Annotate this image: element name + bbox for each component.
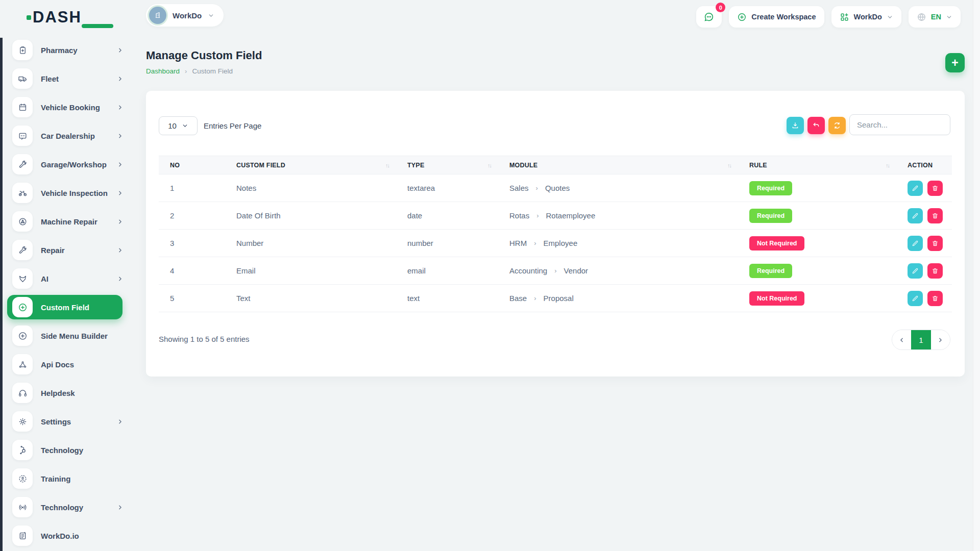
download-icon: [791, 121, 799, 130]
chevron-right-icon: [117, 418, 124, 425]
language-selector[interactable]: EN: [909, 6, 961, 28]
sidebar-item-garage-workshop[interactable]: Garage/Workshop: [0, 150, 132, 179]
sidebar-item-label: Vehicle Inspection: [41, 189, 117, 197]
sidebar-item-label: Pharmacy: [41, 46, 117, 55]
cell-rule: Not Required: [738, 285, 896, 312]
table-row: 3 Number number HRM›Employee Not Require…: [159, 230, 952, 257]
column-header-module[interactable]: MODULE↑↓: [498, 156, 738, 174]
chevron-right-icon: [117, 247, 124, 254]
plus-circle-icon: [12, 297, 33, 317]
column-header-custom-field[interactable]: CUSTOM FIELD↑↓: [225, 156, 396, 174]
delete-button[interactable]: [927, 181, 943, 196]
sidebar-item-vehicle-inspection[interactable]: Vehicle Inspection: [0, 179, 132, 207]
sort-icon[interactable]: ↑↓: [727, 162, 731, 168]
cell-module: HRM›Employee: [498, 230, 738, 257]
chevron-right-icon: [117, 504, 124, 511]
column-header-rule[interactable]: RULE↑↓: [738, 156, 896, 174]
cell-action: [896, 285, 952, 312]
cell-module: Sales›Quotes: [498, 174, 738, 202]
add-custom-field-button[interactable]: +: [945, 53, 965, 72]
chevron-down-icon: [208, 12, 214, 19]
export-download-button[interactable]: [787, 117, 804, 134]
sidebar-item-technology-2[interactable]: Technology: [0, 493, 132, 521]
edit-button[interactable]: [908, 236, 923, 251]
undo-button[interactable]: [807, 117, 825, 134]
document-edit-icon: [12, 525, 33, 546]
sidebar-item-pharmacy[interactable]: Pharmacy: [0, 36, 132, 64]
chevron-separator: ›: [536, 184, 538, 192]
edit-button[interactable]: [908, 291, 923, 306]
sort-icon[interactable]: ↑↓: [487, 162, 491, 168]
delete-button[interactable]: [927, 236, 943, 251]
sidebar-item-label: Custom Field: [41, 303, 115, 312]
page-scrollbar[interactable]: [973, 0, 980, 551]
workspace-avatar: [149, 7, 166, 24]
app-switcher-button[interactable]: WorkDo: [831, 6, 901, 28]
dash-logo-text: DASH: [33, 8, 82, 26]
rule-badge: Not Required: [749, 236, 804, 251]
search-input[interactable]: [849, 114, 950, 135]
sidebar-item-label: Training: [41, 474, 124, 483]
sidebar-item-machine-repair[interactable]: Machine Repair: [0, 207, 132, 236]
sidebar-item-side-menu-builder[interactable]: Side Menu Builder: [0, 321, 132, 350]
refresh-icon: [833, 121, 841, 130]
messages-button[interactable]: 0: [696, 6, 722, 28]
headphones-icon: [12, 383, 33, 403]
delete-button[interactable]: [927, 208, 943, 223]
sidebar-item-vehicle-booking[interactable]: Vehicle Booking: [0, 93, 132, 121]
sort-icon[interactable]: ↑↓: [886, 162, 889, 168]
sidebar-item-technology[interactable]: Technology: [0, 436, 132, 464]
create-workspace-button[interactable]: Create Workspace: [729, 6, 824, 28]
sidebar-item-api-docs[interactable]: Api Docs: [0, 350, 132, 379]
chevron-right-icon: [117, 276, 124, 282]
workspace-switcher[interactable]: WorkDo: [146, 4, 224, 27]
pagination-prev-button[interactable]: [892, 330, 911, 349]
table-header-row: NO CUSTOM FIELD↑↓ TYPE↑↓ MODULE↑↓ RULE↑↓…: [159, 156, 952, 174]
sidebar-item-training[interactable]: Training: [0, 464, 132, 493]
pagination-page-1[interactable]: 1: [911, 330, 931, 349]
chevron-separator: ›: [554, 267, 556, 274]
chevron-down-icon: [182, 122, 188, 129]
undo-arrow-icon: [812, 121, 820, 130]
sidebar-item-label: Vehicle Booking: [41, 103, 117, 112]
gear-icon: [12, 411, 33, 432]
sidebar-item-settings[interactable]: Settings: [0, 407, 132, 436]
page: DASH WorkDo 0 Create Workspace WorkDo: [0, 0, 980, 551]
vehicle-card-icon: [12, 126, 33, 146]
cell-rule: Required: [738, 202, 896, 230]
cell-module: Accounting›Vendor: [498, 257, 738, 285]
topbar-actions: 0 Create Workspace WorkDo EN: [696, 6, 961, 28]
app-switcher-label: WorkDo: [854, 13, 882, 21]
edit-button[interactable]: [908, 181, 923, 196]
dash-logo[interactable]: DASH: [33, 8, 82, 27]
sidebar-item-custom-field[interactable]: Custom Field: [7, 295, 122, 319]
cell-action: [896, 230, 952, 257]
edit-button[interactable]: [908, 208, 923, 223]
delete-button[interactable]: [927, 291, 943, 306]
sidebar-item-workdo-io[interactable]: WorkDo.io: [0, 521, 132, 550]
sort-icon[interactable]: ↑↓: [385, 162, 389, 168]
cell-custom-field: Number: [225, 230, 396, 257]
sidebar-item-repair[interactable]: Repair: [0, 236, 132, 264]
edit-button[interactable]: [908, 263, 923, 279]
cell-no: 3: [159, 230, 225, 257]
sidebar-item-helpdesk[interactable]: Helpdesk: [0, 379, 132, 407]
pencil-icon: [912, 212, 919, 219]
cell-type: date: [396, 202, 498, 230]
pagination-next-button[interactable]: [931, 330, 950, 349]
delete-button[interactable]: [927, 263, 943, 279]
refresh-button[interactable]: [828, 117, 846, 134]
sidebar-item-label: Garage/Workshop: [41, 160, 117, 169]
rule-badge: Required: [749, 209, 792, 223]
column-header-type[interactable]: TYPE↑↓: [396, 156, 498, 174]
breadcrumb-dashboard-link[interactable]: Dashboard: [146, 67, 180, 75]
sidebar-item-car-dealership[interactable]: Car Dealership: [0, 121, 132, 150]
pencil-icon: [912, 240, 919, 247]
column-header-action: ACTION: [896, 156, 952, 174]
building-icon: [153, 11, 162, 20]
sidebar-item-ai[interactable]: AI: [0, 264, 132, 293]
breadcrumb-current: Custom Field: [192, 67, 233, 75]
entries-per-page-select[interactable]: 10: [159, 116, 198, 135]
column-header-no[interactable]: NO: [159, 156, 225, 174]
sidebar-item-fleet[interactable]: Fleet: [0, 64, 132, 93]
